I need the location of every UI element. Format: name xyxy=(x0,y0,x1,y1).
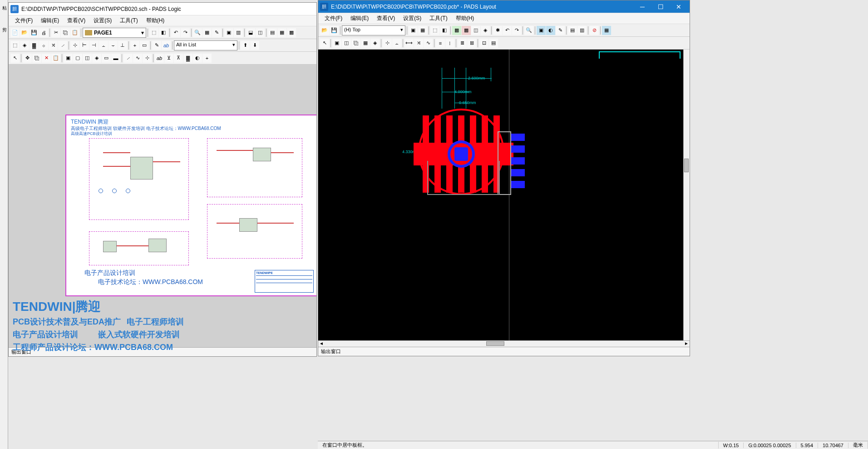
open-icon[interactable]: 📂 xyxy=(20,28,29,37)
filter-c-icon[interactable]: ▓ xyxy=(30,41,39,50)
maximize-button[interactable]: ☐ xyxy=(651,1,670,12)
menu-setup[interactable]: 设置(S) xyxy=(90,16,115,25)
lt-m-icon[interactable]: ▥ xyxy=(577,26,587,35)
attr-b-icon[interactable]: ⊻ xyxy=(164,54,173,63)
menu-view[interactable]: 查看(V) xyxy=(373,14,399,23)
part-d-icon[interactable]: ◈ xyxy=(92,54,101,63)
lt-e-icon[interactable]: ▩ xyxy=(452,26,461,35)
lt-k-icon[interactable]: ✎ xyxy=(556,26,565,35)
select-icon[interactable]: ⬚ xyxy=(149,28,158,37)
lt-f-icon[interactable]: ▩ xyxy=(462,26,471,35)
lt-d-icon[interactable]: ◧ xyxy=(440,26,449,35)
new-icon[interactable]: 📄 xyxy=(10,28,20,37)
lt2-k-icon[interactable]: ≡ xyxy=(436,39,445,48)
filter-selector[interactable]: All in List ▾ xyxy=(174,40,237,50)
lt-i-icon[interactable]: ▣ xyxy=(537,26,546,35)
lt2-m-icon[interactable]: ≣ xyxy=(458,39,467,48)
filter-k-icon[interactable]: ⫟ xyxy=(108,41,118,50)
tool-e-icon[interactable]: ▥ xyxy=(234,28,243,37)
cursor-icon[interactable]: ↖ xyxy=(320,39,329,48)
tool-a-icon[interactable]: ◧ xyxy=(159,28,168,37)
lt2-l-icon[interactable]: ⫶ xyxy=(445,39,454,48)
tool-b-icon[interactable]: ▦ xyxy=(202,28,212,37)
lt-undo-icon[interactable]: ↶ xyxy=(503,26,512,35)
lt-l-icon[interactable]: ▤ xyxy=(568,26,577,35)
filter-n-icon[interactable]: ▭ xyxy=(140,41,149,50)
lt2-n-icon[interactable]: ⊞ xyxy=(467,39,476,48)
part-e-icon[interactable]: ▭ xyxy=(102,54,111,63)
tool-i-icon[interactable]: ▦ xyxy=(277,28,286,37)
redo-icon[interactable]: ↷ xyxy=(181,28,190,37)
lt-o-icon[interactable]: ▦ xyxy=(602,26,611,35)
lt2-h-icon[interactable]: ⟷ xyxy=(404,39,414,48)
filter-o-icon[interactable]: ✎ xyxy=(152,41,161,50)
menu-help[interactable]: 帮助(H) xyxy=(452,14,478,23)
filter-b-icon[interactable]: ◈ xyxy=(20,41,29,50)
part-a-icon[interactable]: ▣ xyxy=(64,54,73,63)
lt-n-icon[interactable]: ⊘ xyxy=(590,26,599,35)
cursor-icon[interactable]: ↖ xyxy=(10,54,20,63)
part-c-icon[interactable]: ◫ xyxy=(83,54,92,63)
lt2-p-icon[interactable]: ▤ xyxy=(489,39,498,48)
close-button[interactable]: ✕ xyxy=(670,1,688,12)
lt-c-icon[interactable]: ⬚ xyxy=(430,26,439,35)
attr-f-icon[interactable]: + xyxy=(202,54,212,63)
up-arrow-icon[interactable]: ⬆ xyxy=(241,41,250,50)
tool-j-icon[interactable]: ▩ xyxy=(287,28,296,37)
open-icon[interactable]: 📂 xyxy=(320,26,329,35)
undo-icon[interactable]: ↶ xyxy=(171,28,180,37)
save-icon[interactable]: 💾 xyxy=(30,28,39,37)
filter-j-icon[interactable]: ⫠ xyxy=(99,41,108,50)
scrollbar-horizontal[interactable]: ◄ ► xyxy=(318,340,690,347)
lt-g-icon[interactable]: ◫ xyxy=(471,26,480,35)
save-icon[interactable]: 💾 xyxy=(330,26,339,35)
logic-titlebar[interactable]: 胆 E:\D\DD\TW\P\TWPPCB020\SCH\TWPPCB020.s… xyxy=(9,3,316,15)
lt2-a-icon[interactable]: ▣ xyxy=(332,39,341,48)
move-icon[interactable]: ✥ xyxy=(23,54,32,63)
attr-d-icon[interactable]: ▓ xyxy=(183,54,192,63)
lt2-f-icon[interactable]: ⊹ xyxy=(383,39,392,48)
menu-setup[interactable]: 设置(S) xyxy=(399,14,425,23)
tool-d-icon[interactable]: ▣ xyxy=(224,28,233,37)
layout-titlebar[interactable]: 胆 E:\D\DD\TW\P\TWPPCB020\PCB\TWPPCB020.p… xyxy=(318,0,690,13)
zoom-icon[interactable]: 🔍 xyxy=(193,28,202,37)
lt-redo-icon[interactable]: ↷ xyxy=(512,26,521,35)
copy-icon[interactable]: ⿻ xyxy=(61,28,70,37)
scrollbar-vertical[interactable] xyxy=(683,50,690,340)
menu-view[interactable]: 查看(V) xyxy=(64,16,89,25)
part-b-icon[interactable]: ▢ xyxy=(73,54,82,63)
filter-d-icon[interactable]: ⟐ xyxy=(39,41,48,50)
filter-e-icon[interactable]: ⤨ xyxy=(49,41,58,50)
lt2-b-icon[interactable]: ◫ xyxy=(342,39,351,48)
lt2-i-icon[interactable]: ⤨ xyxy=(414,39,423,48)
paste-icon[interactable]: 📋 xyxy=(70,28,79,37)
wire-b-icon[interactable]: ∿ xyxy=(133,54,142,63)
filter-f-icon[interactable]: ⟋ xyxy=(58,41,67,50)
tool-f-icon[interactable]: ⬓ xyxy=(246,28,255,37)
filter-a-icon[interactable]: ⬚ xyxy=(10,41,20,50)
attr-a-icon[interactable]: ab xyxy=(155,54,164,63)
tool-h-icon[interactable]: ▤ xyxy=(268,28,277,37)
menu-tools[interactable]: 工具(T) xyxy=(116,16,141,25)
menu-file[interactable]: 文件(F) xyxy=(321,14,346,23)
attr-e-icon[interactable]: ◐ xyxy=(193,54,202,63)
tool-g-icon[interactable]: ◫ xyxy=(256,28,265,37)
attr-c-icon[interactable]: ⊼ xyxy=(174,54,183,63)
edit-icon[interactable]: 📋 xyxy=(51,54,60,63)
menu-help[interactable]: 帮助(H) xyxy=(143,16,168,25)
lt2-o-icon[interactable]: ⊡ xyxy=(479,39,488,48)
menu-tools[interactable]: 工具(T) xyxy=(426,14,451,23)
lt-h-icon[interactable]: ◈ xyxy=(481,26,490,35)
menu-edit[interactable]: 编辑(E) xyxy=(37,16,63,25)
delete-icon[interactable]: ✕ xyxy=(42,54,51,63)
lt2-j-icon[interactable]: ∿ xyxy=(424,39,433,48)
lt-search-icon[interactable]: 🔍 xyxy=(524,26,533,35)
filter-l-icon[interactable]: ⊥ xyxy=(118,41,127,50)
duplicate-icon[interactable]: ⿻ xyxy=(32,54,41,63)
down-arrow-icon[interactable]: ⬇ xyxy=(250,41,259,50)
lt-b-icon[interactable]: ▦ xyxy=(418,26,427,35)
wire-a-icon[interactable]: ⟋ xyxy=(123,54,133,63)
filter-g-icon[interactable]: ⊹ xyxy=(70,41,79,50)
lt2-c-icon[interactable]: ⿻ xyxy=(351,39,360,48)
cut-icon[interactable]: ✂ xyxy=(51,28,60,37)
